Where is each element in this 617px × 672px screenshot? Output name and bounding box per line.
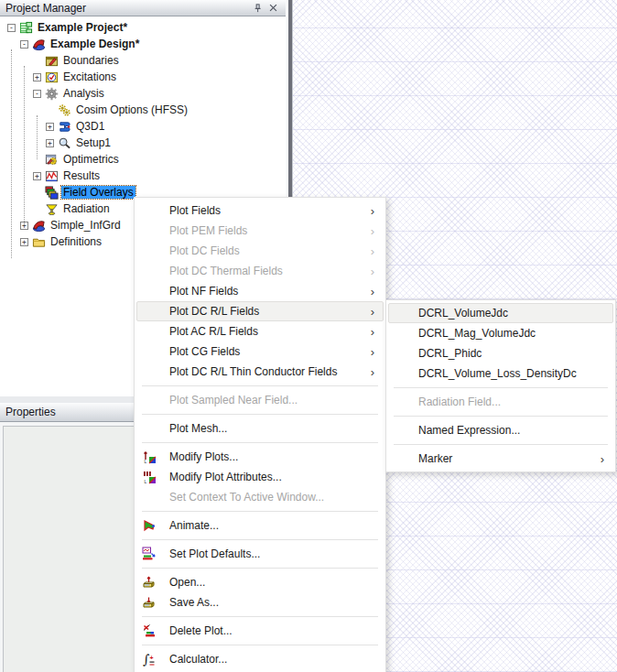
menu-item-plot-ac-r-l-fields[interactable]: Plot AC R/L Fields›	[136, 321, 384, 341]
menu-item-delete-plot[interactable]: Delete Plot...	[136, 621, 384, 641]
menu-item-plot-fields[interactable]: Plot Fields›	[136, 201, 384, 221]
menu-item-label: Plot DC R/L Fields	[169, 305, 259, 318]
submenu-arrow-icon: ›	[601, 453, 612, 465]
menu-item-label: Set Context To Active Window...	[169, 491, 324, 504]
tree-item-cosim-options-hfss[interactable]: Cosim Options (HFSS)	[0, 102, 286, 118]
menu-icon-placeholder	[142, 284, 157, 298]
expand-box-icon[interactable]: +	[33, 73, 41, 81]
tree-item-boundaries[interactable]: Boundaries	[0, 52, 286, 69]
submenu-arrow-icon: ›	[371, 225, 383, 237]
tree-item-label: Example Design*	[49, 38, 141, 50]
menu-item-label: Plot PEM Fields	[169, 224, 247, 237]
menu-item-marker[interactable]: Marker›	[388, 449, 613, 469]
save-as-icon	[142, 595, 157, 610]
close-icon[interactable]	[265, 2, 280, 15]
menu-item-open[interactable]: Open...	[136, 572, 384, 592]
calculator-icon: ∫+	[142, 652, 157, 667]
modify-plots-icon: L	[142, 450, 157, 464]
menu-item-label: Save As...	[169, 596, 219, 609]
menu-item-label: Plot NF Fields	[169, 285, 238, 298]
pin-icon[interactable]	[251, 2, 265, 15]
menu-item-modify-plot-attributes[interactable]: LModify Plot Attributes...	[136, 467, 384, 487]
modify-plot-attributes-icon: L	[142, 470, 157, 484]
menu-item-modify-plots[interactable]: LModify Plots...	[136, 447, 384, 467]
menu-item-dcrl-phidc[interactable]: DCRL_Phidc	[388, 343, 613, 363]
tree-item-example-design[interactable]: -Example Design*	[0, 36, 286, 52]
menu-item-plot-cg-fields[interactable]: Plot CG Fields›	[136, 341, 384, 362]
menu-separator	[386, 440, 615, 449]
menu-item-label: Set Plot Defaults...	[169, 547, 260, 560]
radiation-icon	[45, 202, 59, 216]
menu-separator	[135, 612, 385, 621]
menu-item-plot-dc-fields: Plot DC Fields›	[136, 241, 384, 261]
menu-item-set-plot-defaults[interactable]: Set Plot Defaults...	[136, 544, 384, 564]
menu-item-radiation-field: Radiation Field...	[388, 392, 613, 412]
expand-box-icon[interactable]: +	[20, 238, 28, 246]
collapse-box-icon[interactable]: -	[7, 24, 16, 32]
menu-item-plot-dc-r-l-fields[interactable]: Plot DC R/L Fields›	[136, 301, 384, 321]
submenu-arrow-icon: ›	[371, 286, 383, 298]
submenu-arrow-icon: ›	[371, 366, 383, 378]
expand-box-icon[interactable]: +	[46, 139, 54, 147]
project-icon	[19, 21, 33, 35]
tree-item-setup1[interactable]: +Setup1	[0, 135, 286, 151]
menu-item-dcrl-volumejdc[interactable]: DCRL_VolumeJdc	[388, 303, 613, 323]
menu-item-label: Modify Plot Attributes...	[169, 471, 282, 483]
field-overlays-icon	[45, 186, 59, 200]
menu-item-plot-mesh[interactable]: Plot Mesh...	[136, 418, 384, 439]
menu-item-label: Plot Fields	[169, 204, 221, 217]
collapse-box-icon[interactable]: -	[33, 90, 41, 98]
svg-text:L: L	[145, 479, 147, 484]
menu-separator	[135, 410, 385, 418]
menu-item-plot-sampled-near-field: Plot Sampled Near Field...	[136, 390, 384, 410]
menu-icon-placeholder	[142, 244, 157, 258]
menu-icon-placeholder	[142, 223, 157, 238]
menu-item-label: Calculator...	[169, 653, 227, 666]
animate-icon	[142, 518, 157, 533]
tree-item-analysis[interactable]: -Analysis	[0, 85, 286, 102]
tree-item-label: Definitions	[49, 235, 103, 248]
menu-item-save-as[interactable]: Save As...	[136, 592, 384, 612]
collapse-box-icon[interactable]: -	[20, 40, 28, 49]
menu-item-label: Plot Sampled Near Field...	[169, 394, 298, 406]
tree-item-optimetrics[interactable]: Optimetrics	[0, 151, 286, 168]
menu-icon-placeholder	[142, 364, 157, 379]
q3d-icon	[58, 120, 71, 134]
submenu-arrow-icon: ›	[371, 306, 383, 318]
svg-text:+: +	[150, 655, 154, 661]
menu-item-label: DCRL_Mag_VolumeJdc	[418, 327, 536, 340]
tree-item-q3d1[interactable]: +Q3D1	[0, 118, 286, 135]
menu-item-label: Plot DC Fields	[169, 244, 240, 257]
svg-text:L: L	[145, 459, 147, 464]
expand-box-icon[interactable]: +	[33, 172, 41, 180]
menu-item-label: Open...	[169, 576, 205, 589]
tree-item-example-project[interactable]: -Example Project*	[0, 19, 286, 36]
menu-item-dcrl-volume-loss-densitydc[interactable]: DCRL_Volume_Loss_DensityDc	[388, 363, 613, 384]
menu-separator	[135, 564, 385, 572]
project-manager-title: Project Manager	[5, 2, 251, 15]
menu-item-dcrl-mag-volumejdc[interactable]: DCRL_Mag_VolumeJdc	[388, 323, 613, 343]
menu-separator	[135, 536, 385, 544]
submenu-arrow-icon: ›	[371, 266, 383, 277]
menu-item-plot-pem-fields: Plot PEM Fields›	[136, 221, 384, 241]
menu-item-label: Plot AC R/L Fields	[169, 325, 258, 338]
submenu-arrow-icon: ›	[371, 205, 383, 217]
boundaries-icon	[45, 54, 59, 68]
menu-icon-placeholder	[142, 203, 157, 218]
menu-item-named-expression[interactable]: Named Expression...	[388, 420, 613, 440]
menu-item-calculator[interactable]: ∫+Calculator...	[136, 649, 384, 669]
menu-separator	[135, 641, 385, 649]
tree-item-label: Q3D1	[74, 120, 106, 133]
menu-item-plot-nf-fields[interactable]: Plot NF Fields›	[136, 281, 384, 301]
tree-item-results[interactable]: +Results	[0, 168, 286, 184]
tree-item-excitations[interactable]: +Excitations	[0, 69, 286, 85]
expand-box-icon[interactable]: +	[46, 123, 54, 131]
menu-separator	[386, 384, 615, 392]
menu-item-plot-dc-r-l-thin-conductor-fields[interactable]: Plot DC R/L Thin Conductor Fields›	[136, 362, 384, 382]
tree-item-label: Setup1	[74, 136, 113, 149]
menu-item-label: Radiation Field...	[418, 396, 501, 408]
menu-item-animate[interactable]: Animate...	[136, 515, 384, 536]
menu-icon-placeholder	[142, 304, 157, 319]
tree-item-label: Boundaries	[61, 54, 121, 67]
menu-item-set-context-to-active-window: Set Context To Active Window...	[136, 487, 384, 507]
